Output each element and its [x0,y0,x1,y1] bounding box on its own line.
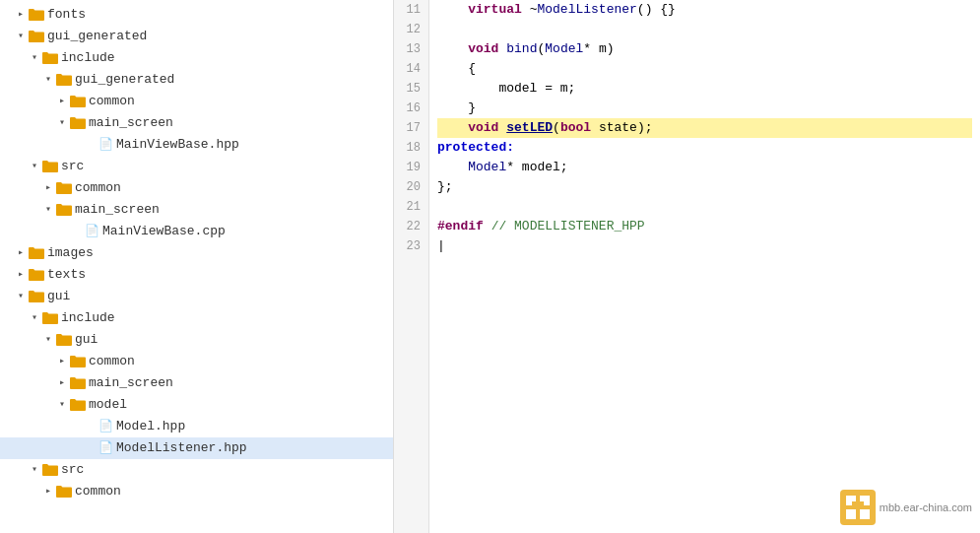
code-line-15: model = m; [437,79,972,99]
tree-item-gui2[interactable]: gui [0,329,393,351]
code-line-23: | [437,236,972,256]
file-icon-model-hpp: 📄 [97,417,114,436]
arrow-images [14,243,28,263]
line-num-18: 18 [398,138,421,158]
label-common4: common [75,482,121,501]
tree-item-main-screen2[interactable]: main_screen [0,199,393,221]
arrow-common3 [55,352,69,371]
tree-item-gui[interactable]: gui [0,286,393,307]
folder-icon-common4 [55,482,73,501]
tree-item-src1[interactable]: src [0,156,393,177]
folder-icon-model [69,395,87,415]
tree-item-main-screen3[interactable]: main_screen [0,372,393,394]
line-num-19: 19 [398,158,421,177]
arrow-common2 [41,178,55,198]
tree-item-gui-generated[interactable]: gui_generated [0,26,393,47]
folder-icon-gui-generated2 [55,70,73,90]
tree-item-model[interactable]: model [0,394,393,416]
tree-item-common4[interactable]: common [0,481,393,502]
file-icon-hpp1: 📄 [97,135,114,155]
code-line-16: } [437,99,972,118]
tree-item-texts[interactable]: texts [0,264,393,286]
tree-item-include-guigen[interactable]: include [0,47,393,69]
label-common1: common [89,92,135,111]
label-mainviewbase-hpp: MainViewBase.hpp [116,135,239,155]
file-tree[interactable]: fonts gui_generated include gui_generate… [0,0,394,533]
tree-item-common2[interactable]: common [0,177,393,199]
svg-rect-2 [846,509,856,519]
arrow-common1 [55,92,69,111]
arrow-gui-generated [14,27,28,46]
code-line-12 [437,20,972,39]
arrow-common4 [41,482,55,501]
arrow-main-screen1 [55,113,69,133]
svg-rect-5 [858,501,864,507]
label-src1: src [61,157,84,176]
code-line-20: }; [437,177,972,197]
folder-icon-common1 [69,92,87,111]
folder-icon-main-screen2 [55,200,73,220]
label-model: model [89,395,127,415]
label-gui: gui [47,287,70,306]
folder-icon-fonts [28,5,45,25]
file-icon-modellistener-hpp: 📄 [97,438,114,458]
label-main-screen3: main_screen [89,373,173,393]
label-common2: common [75,178,121,198]
label-include-gui: include [61,308,115,328]
folder-icon-common2 [55,178,73,198]
tree-item-gui-generated2[interactable]: gui_generated [0,69,393,91]
code-line-19: Model* model; [437,158,972,177]
label-include-guigen: include [61,48,115,68]
folder-icon-src2 [41,460,59,480]
line-num-13: 13 [398,39,421,59]
file-icon-cpp1: 📄 [83,222,100,241]
line-num-11: 11 [398,0,421,20]
arrow-include-guigen [28,48,41,68]
line-num-16: 16 [398,99,421,118]
label-mainviewbase-cpp: MainViewBase.cpp [102,222,226,241]
label-model-hpp: Model.hpp [116,417,185,436]
code-line-22: #endif // MODELLISTENER_HPP [437,217,972,236]
arrow-main-screen2 [41,200,55,220]
tree-item-fonts[interactable]: fonts [0,4,393,26]
folder-icon-gui [28,287,45,306]
code-line-17: void setLED(bool state); [437,118,972,138]
line-num-21: 21 [398,197,421,217]
label-main-screen1: main_screen [89,113,173,133]
watermark: mbb.ear-china.com [840,490,972,525]
line-num-20: 20 [398,177,421,197]
label-gui2: gui [75,330,98,350]
folder-icon-include-guigen [41,48,59,68]
tree-item-common3[interactable]: common [0,351,393,372]
code-content: virtual ~ModelListener() {} void bind(Mo… [429,0,980,533]
label-src2: src [61,460,84,480]
svg-rect-3 [860,509,870,519]
label-gui-generated: gui_generated [47,27,147,46]
line-num-23: 23 [398,236,421,256]
tree-item-model-hpp[interactable]: 📄 Model.hpp [0,416,393,437]
line-num-22: 22 [398,217,421,236]
label-texts: texts [47,265,86,285]
tree-item-mainviewbase-hpp[interactable]: 📄 MainViewBase.hpp [0,134,393,156]
arrow-src1 [28,157,41,176]
tree-item-common1[interactable]: common [0,91,393,112]
code-line-14: { [437,59,972,79]
tree-item-images[interactable]: images [0,242,393,264]
arrow-gui2 [41,330,55,350]
label-images: images [47,243,94,263]
line-num-15: 15 [398,79,421,99]
tree-item-include-gui[interactable]: include [0,307,393,329]
code-line-11: virtual ~ModelListener() {} [437,0,972,20]
arrow-include-gui [28,308,41,328]
label-common3: common [89,352,135,371]
code-editor: 11 12 13 14 15 16 17 18 19 20 21 22 23 v… [394,0,980,533]
arrow-fonts [14,5,28,25]
line-num-12: 12 [398,20,421,39]
svg-rect-4 [852,501,858,507]
folder-icon-gui-generated [28,27,45,46]
tree-item-main-screen1[interactable]: main_screen [0,112,393,134]
tree-item-mainviewbase-cpp[interactable]: 📄 MainViewBase.cpp [0,221,393,242]
tree-item-modellistener-hpp[interactable]: 📄 ModelListener.hpp [0,437,393,459]
tree-item-src2[interactable]: src [0,459,393,481]
code-line-21 [437,197,972,217]
